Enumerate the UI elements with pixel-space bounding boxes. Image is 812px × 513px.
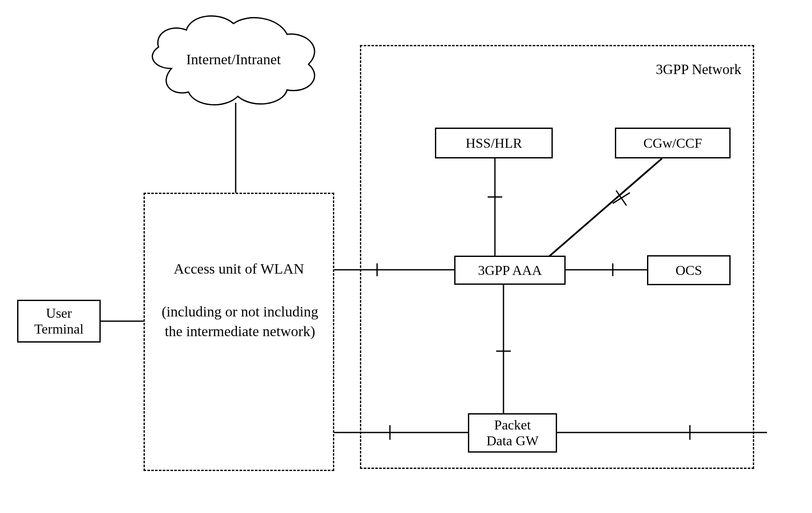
user-terminal-node: User Terminal (17, 300, 101, 343)
wlan-title-label: Access unit of WLAN (154, 259, 324, 279)
gpp-aaa-node: 3GPP AAA (454, 256, 566, 285)
cgw-ccf-label: CGw/CCF (644, 135, 702, 151)
cgw-ccf-node: CGw/CCF (615, 128, 731, 158)
user-terminal-label: User Terminal (34, 305, 84, 337)
internet-cloud-label: Internet/Intranet (169, 50, 298, 69)
gpp-network-label: 3GPP Network (621, 60, 741, 79)
wlan-sub-label: (including or not including the intermed… (152, 302, 328, 341)
ocs-node: OCS (647, 255, 731, 285)
packet-data-gw-node: Packet Data GW (468, 413, 557, 453)
hss-hlr-label: HSS/HLR (466, 135, 522, 151)
packet-data-gw-label: Packet Data GW (486, 417, 539, 449)
hss-hlr-node: HSS/HLR (435, 128, 553, 158)
gpp-aaa-label: 3GPP AAA (478, 262, 542, 278)
ocs-label: OCS (675, 262, 702, 278)
